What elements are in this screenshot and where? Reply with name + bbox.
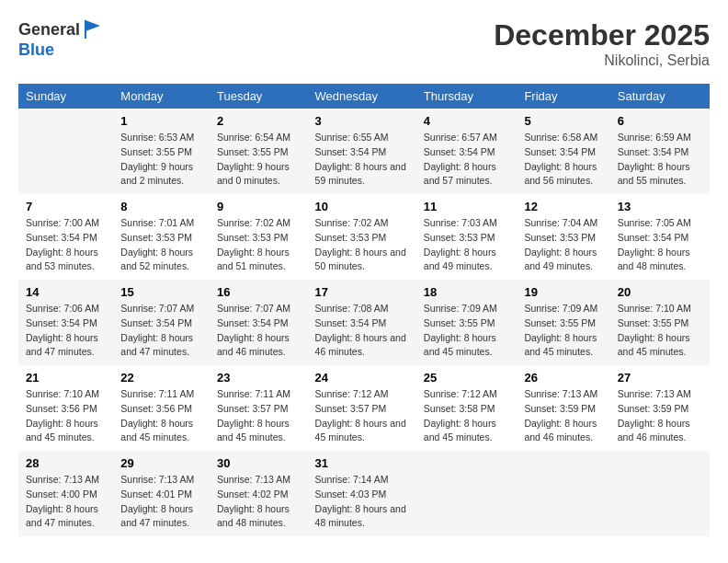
- daylight-text: Daylight: 8 hours and 46 minutes.: [618, 417, 702, 446]
- calendar-week-row: 1 Sunrise: 6:53 AM Sunset: 3:55 PM Dayli…: [18, 109, 710, 194]
- daylight-text: Daylight: 8 hours and 50 minutes.: [315, 246, 409, 275]
- daylight-text: Daylight: 8 hours and 46 minutes.: [524, 417, 602, 446]
- daylight-text: Daylight: 9 hours and 2 minutes.: [120, 160, 202, 190]
- day-number: 19: [524, 285, 602, 299]
- calendar-cell: 4 Sunrise: 6:57 AM Sunset: 3:54 PM Dayli…: [416, 109, 518, 194]
- day-number: 30: [217, 456, 301, 470]
- sunrise-text: Sunrise: 6:55 AM: [315, 131, 409, 145]
- day-number: 31: [315, 456, 409, 470]
- sunrise-text: Sunrise: 6:59 AM: [618, 131, 702, 145]
- daylight-text: Daylight: 8 hours and 45 minutes.: [26, 417, 106, 446]
- daylight-text: Daylight: 8 hours and 49 minutes.: [424, 246, 510, 275]
- daylight-text: Daylight: 8 hours and 47 minutes.: [26, 502, 106, 532]
- sunrise-text: Sunrise: 6:57 AM: [424, 131, 510, 145]
- day-number: 6: [618, 114, 702, 128]
- sunset-text: Sunset: 3:59 PM: [618, 402, 702, 417]
- sunset-text: Sunset: 3:57 PM: [315, 402, 409, 417]
- calendar-cell: 2 Sunrise: 6:54 AM Sunset: 3:55 PM Dayli…: [210, 109, 308, 194]
- sunrise-text: Sunrise: 6:54 AM: [217, 131, 301, 145]
- calendar-cell: [416, 451, 518, 536]
- calendar-cell: 1 Sunrise: 6:53 AM Sunset: 3:55 PM Dayli…: [113, 109, 210, 194]
- sunset-text: Sunset: 3:54 PM: [524, 145, 602, 160]
- sunrise-text: Sunrise: 7:10 AM: [26, 387, 106, 402]
- calendar-cell: 15 Sunrise: 7:07 AM Sunset: 3:54 PM Dayl…: [113, 280, 210, 365]
- day-number: 10: [315, 200, 409, 213]
- sunrise-text: Sunrise: 7:02 AM: [315, 216, 409, 231]
- daylight-text: Daylight: 8 hours and 45 minutes.: [424, 331, 510, 361]
- header-sunday: Sunday: [18, 84, 113, 109]
- day-number: 4: [424, 114, 510, 128]
- sunrise-text: Sunrise: 6:58 AM: [524, 131, 602, 145]
- sunrise-text: Sunrise: 7:09 AM: [424, 302, 510, 316]
- logo-general: General: [18, 20, 80, 40]
- sunset-text: Sunset: 4:01 PM: [120, 488, 202, 502]
- daylight-text: Daylight: 8 hours and 48 minutes.: [315, 502, 409, 532]
- calendar-cell: 27 Sunrise: 7:13 AM Sunset: 3:59 PM Dayl…: [610, 365, 710, 451]
- calendar-week-row: 7 Sunrise: 7:00 AM Sunset: 3:54 PM Dayli…: [18, 194, 710, 280]
- sunrise-text: Sunrise: 7:07 AM: [217, 302, 301, 316]
- sunset-text: Sunset: 3:55 PM: [424, 316, 510, 331]
- calendar-cell: 25 Sunrise: 7:12 AM Sunset: 3:58 PM Dayl…: [416, 365, 518, 451]
- daylight-text: Daylight: 8 hours and 45 minutes.: [424, 417, 510, 446]
- calendar-cell: 7 Sunrise: 7:00 AM Sunset: 3:54 PM Dayli…: [18, 194, 113, 280]
- calendar-cell: 10 Sunrise: 7:02 AM Sunset: 3:53 PM Dayl…: [308, 194, 416, 280]
- sunset-text: Sunset: 3:55 PM: [217, 145, 301, 160]
- calendar-cell: 22 Sunrise: 7:11 AM Sunset: 3:56 PM Dayl…: [113, 365, 210, 451]
- calendar-cell: 5 Sunrise: 6:58 AM Sunset: 3:54 PM Dayli…: [517, 109, 609, 194]
- sunset-text: Sunset: 3:53 PM: [217, 231, 301, 246]
- day-number: 20: [618, 285, 702, 299]
- daylight-text: Daylight: 8 hours and 55 minutes.: [618, 160, 702, 190]
- daylight-text: Daylight: 8 hours and 57 minutes.: [424, 160, 510, 190]
- day-number: 25: [424, 371, 510, 385]
- calendar-cell: 18 Sunrise: 7:09 AM Sunset: 3:55 PM Dayl…: [416, 280, 518, 365]
- sunset-text: Sunset: 3:54 PM: [120, 316, 202, 331]
- sunrise-text: Sunrise: 7:09 AM: [524, 302, 602, 316]
- sunrise-text: Sunrise: 7:14 AM: [315, 473, 409, 488]
- calendar-cell: 12 Sunrise: 7:04 AM Sunset: 3:53 PM Dayl…: [517, 194, 609, 280]
- sunrise-text: Sunrise: 7:05 AM: [618, 216, 702, 231]
- sunset-text: Sunset: 3:56 PM: [26, 402, 106, 417]
- sunset-text: Sunset: 3:53 PM: [424, 231, 510, 246]
- calendar-cell: 16 Sunrise: 7:07 AM Sunset: 3:54 PM Dayl…: [210, 280, 308, 365]
- sunset-text: Sunset: 3:54 PM: [315, 145, 409, 160]
- daylight-text: Daylight: 8 hours and 51 minutes.: [217, 246, 301, 275]
- header-friday: Friday: [517, 84, 609, 109]
- calendar-cell: 30 Sunrise: 7:13 AM Sunset: 4:02 PM Dayl…: [210, 451, 308, 536]
- calendar-cell: 6 Sunrise: 6:59 AM Sunset: 3:54 PM Dayli…: [610, 109, 710, 194]
- day-number: 11: [424, 200, 510, 213]
- sunrise-text: Sunrise: 7:07 AM: [120, 302, 202, 316]
- day-number: 14: [26, 285, 106, 299]
- header-monday: Monday: [113, 84, 210, 109]
- header-thursday: Thursday: [416, 84, 518, 109]
- daylight-text: Daylight: 8 hours and 52 minutes.: [120, 246, 202, 275]
- sunrise-text: Sunrise: 7:06 AM: [26, 302, 106, 316]
- header-wednesday: Wednesday: [308, 84, 416, 109]
- daylight-text: Daylight: 8 hours and 45 minutes.: [618, 331, 702, 361]
- sunset-text: Sunset: 3:54 PM: [315, 316, 409, 331]
- calendar-week-row: 28 Sunrise: 7:13 AM Sunset: 4:00 PM Dayl…: [18, 451, 710, 536]
- header-tuesday: Tuesday: [210, 84, 308, 109]
- logo-flag-icon: [82, 18, 104, 40]
- sunrise-text: Sunrise: 7:00 AM: [26, 216, 106, 231]
- calendar-cell: 3 Sunrise: 6:55 AM Sunset: 3:54 PM Dayli…: [308, 109, 416, 194]
- day-number: 24: [315, 371, 409, 385]
- daylight-text: Daylight: 8 hours and 48 minutes.: [618, 246, 702, 275]
- calendar-cell: 29 Sunrise: 7:13 AM Sunset: 4:01 PM Dayl…: [113, 451, 210, 536]
- sunset-text: Sunset: 3:54 PM: [26, 316, 106, 331]
- header-saturday: Saturday: [610, 84, 710, 109]
- sunrise-text: Sunrise: 7:02 AM: [217, 216, 301, 231]
- daylight-text: Daylight: 8 hours and 49 minutes.: [524, 246, 602, 275]
- calendar-table: Sunday Monday Tuesday Wednesday Thursday…: [18, 84, 710, 536]
- daylight-text: Daylight: 8 hours and 46 minutes.: [217, 331, 301, 361]
- sunset-text: Sunset: 3:54 PM: [618, 145, 702, 160]
- title-block: December 2025 Nikolinci, Serbia: [494, 18, 710, 69]
- logo: General Blue: [18, 18, 104, 60]
- day-number: 5: [524, 114, 602, 128]
- sunrise-text: Sunrise: 7:08 AM: [315, 302, 409, 316]
- day-number: 28: [26, 456, 106, 470]
- calendar-cell: 31 Sunrise: 7:14 AM Sunset: 4:03 PM Dayl…: [308, 451, 416, 536]
- daylight-text: Daylight: 8 hours and 59 minutes.: [315, 160, 409, 190]
- calendar-cell: 23 Sunrise: 7:11 AM Sunset: 3:57 PM Dayl…: [210, 365, 308, 451]
- sunset-text: Sunset: 3:56 PM: [120, 402, 202, 417]
- day-number: 13: [618, 200, 702, 213]
